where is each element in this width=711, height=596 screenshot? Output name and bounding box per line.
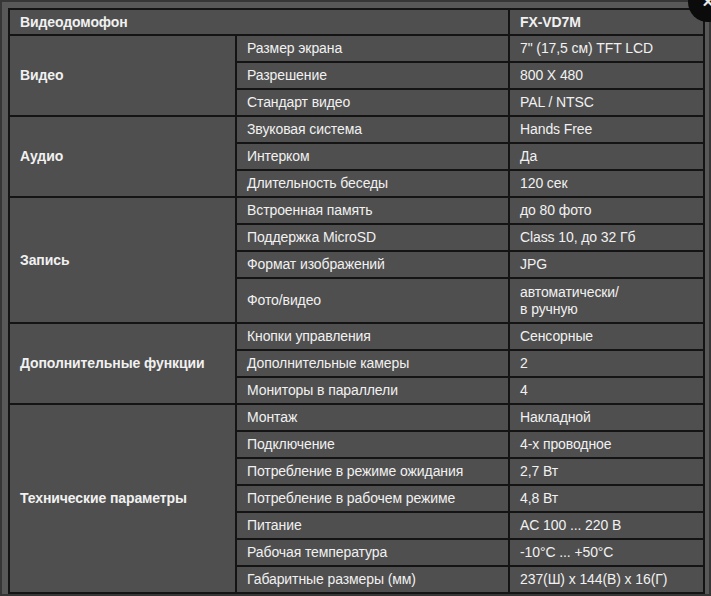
value-cell: Накладной bbox=[509, 404, 704, 431]
value-cell: -10°C ... +50°C bbox=[509, 539, 704, 566]
spec-row: Технические параметры Монтаж Накладной bbox=[9, 404, 704, 431]
value-cell: 2,7 Вт bbox=[509, 458, 704, 485]
spec-table: Видеодомофон FX-VD7M Видео Размер экрана… bbox=[8, 8, 705, 594]
spec-row: Дополнительные функции Кнопки управления… bbox=[9, 323, 704, 350]
table-header-model: FX-VD7M bbox=[509, 9, 704, 35]
value-cell: 4,8 Вт bbox=[509, 485, 704, 512]
value-cell: 4 bbox=[509, 377, 704, 404]
value-cell: Hands Free bbox=[509, 116, 704, 143]
value-cell: 120 сек bbox=[509, 170, 704, 197]
param-cell: Длительность беседы bbox=[236, 170, 509, 197]
param-cell: Размер экрана bbox=[236, 35, 509, 62]
value-cell: 2 bbox=[509, 350, 704, 377]
param-cell: Дополнительные камеры bbox=[236, 350, 509, 377]
value-cell: JPG bbox=[509, 251, 704, 278]
param-cell: Встроенная память bbox=[236, 197, 509, 224]
value-cell: Сенсорные bbox=[509, 323, 704, 350]
param-cell: Мониторы в параллели bbox=[236, 377, 509, 404]
value-cell: 800 X 480 bbox=[509, 62, 704, 89]
category-cell-tech: Технические параметры bbox=[9, 404, 236, 593]
value-cell: до 80 фото bbox=[509, 197, 704, 224]
table-header-title: Видеодомофон bbox=[9, 9, 509, 35]
spec-row: Запись Встроенная память до 80 фото bbox=[9, 197, 704, 224]
value-cell: PAL / NTSC bbox=[509, 89, 704, 116]
spec-row: Видео Размер экрана 7" (17,5 см) TFT LCD bbox=[9, 35, 704, 62]
value-cell: 7" (17,5 см) TFT LCD bbox=[509, 35, 704, 62]
param-cell: Монтаж bbox=[236, 404, 509, 431]
value-cell: автоматически/ в ручную bbox=[509, 278, 704, 323]
param-cell: Питание bbox=[236, 512, 509, 539]
value-cell: 4-х проводное bbox=[509, 431, 704, 458]
param-cell: Габаритные размеры (мм) bbox=[236, 566, 509, 593]
param-cell: Кнопки управления bbox=[236, 323, 509, 350]
value-cell: AC 100 ... 220 В bbox=[509, 512, 704, 539]
category-cell-video: Видео bbox=[9, 35, 236, 116]
param-cell: Интерком bbox=[236, 143, 509, 170]
param-cell: Фото/видео bbox=[236, 278, 509, 323]
table-header-row: Видеодомофон FX-VD7M bbox=[9, 9, 704, 35]
value-cell: Class 10, до 32 Гб bbox=[509, 224, 704, 251]
param-cell: Разрешение bbox=[236, 62, 509, 89]
category-cell-record: Запись bbox=[9, 197, 236, 323]
category-cell-extra: Дополнительные функции bbox=[9, 323, 236, 404]
close-icon: ✕ bbox=[702, 0, 711, 11]
param-cell: Потребление в режиме ожидания bbox=[236, 458, 509, 485]
param-cell: Потребление в рабочем режиме bbox=[236, 485, 509, 512]
param-cell: Поддержка MicroSD bbox=[236, 224, 509, 251]
param-cell: Подключение bbox=[236, 431, 509, 458]
value-cell: 237(Ш) x 144(В) x 16(Г) bbox=[509, 566, 704, 593]
param-cell: Стандарт видео bbox=[236, 89, 509, 116]
param-cell: Рабочая температура bbox=[236, 539, 509, 566]
param-cell: Формат изображений bbox=[236, 251, 509, 278]
category-cell-audio: Аудио bbox=[9, 116, 236, 197]
spec-row: Аудио Звуковая система Hands Free bbox=[9, 116, 704, 143]
value-cell: Да bbox=[509, 143, 704, 170]
param-cell: Звуковая система bbox=[236, 116, 509, 143]
